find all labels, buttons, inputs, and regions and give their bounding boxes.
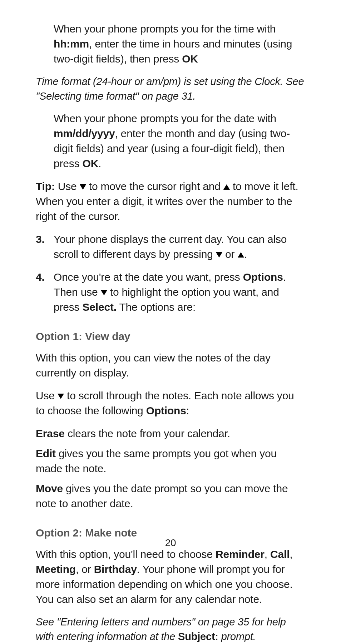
label-call: Call	[270, 548, 290, 560]
label-mmddyyyy: mm/dd/yyyy	[54, 128, 115, 139]
label-tip: Tip:	[36, 180, 55, 192]
step-text: Once you're at the date you want, press …	[54, 270, 305, 315]
label-options: Options	[146, 405, 186, 416]
label-reminder: Reminder	[216, 548, 265, 560]
label-edit: Edit	[36, 448, 56, 459]
manual-page: When your phone prompts you for the time…	[0, 0, 341, 644]
text: .	[244, 248, 247, 260]
tip-paragraph: Tip: Use to move the cursor right and to…	[36, 179, 305, 224]
label-ok: OK	[182, 53, 198, 65]
text: ,	[290, 548, 292, 560]
text: Your phone displays the current day. You…	[54, 233, 287, 260]
text: to move the cursor right and	[86, 180, 223, 192]
option-1-heading: Option 1: View day	[36, 329, 305, 344]
option-2-description: With this option, you'll need to choose …	[36, 547, 305, 607]
text: :	[186, 405, 189, 416]
text: gives you the same prompts you got when …	[36, 448, 277, 474]
text: , or	[76, 563, 94, 575]
text: The options are:	[117, 301, 196, 313]
text: , enter the time in hours and minutes (u…	[54, 38, 292, 65]
step-4: 4. Once you're at the date you want, pre…	[36, 270, 305, 315]
label-birthday: Birthday	[94, 563, 137, 575]
text: Once you're at the date you want, press	[54, 271, 243, 283]
text: Use	[36, 390, 58, 401]
triangle-down-icon	[58, 394, 64, 399]
label-ok: OK	[83, 158, 99, 169]
edit-description: Edit gives you the same prompts you got …	[36, 446, 305, 476]
date-entry-paragraph: When your phone prompts you for the date…	[54, 111, 305, 171]
step-3: 3. Your phone displays the current day. …	[36, 232, 305, 262]
triangle-up-icon	[223, 184, 230, 190]
text: When your phone prompts you for the time…	[54, 23, 276, 35]
step-number: 4.	[36, 270, 54, 315]
label-hhmm: hh:mm	[54, 38, 89, 50]
label-meeting: Meeting	[36, 563, 76, 575]
text: With this option, you'll need to choose	[36, 548, 216, 560]
text: gives you the date prompt so you can mov…	[36, 483, 288, 509]
text: When your phone prompts you for the date…	[54, 113, 276, 124]
time-format-note: Time format (24-hour or am/pm) is set us…	[36, 74, 305, 103]
label-subject: Subject:	[178, 631, 218, 642]
text: or	[222, 248, 238, 260]
label-select: Select.	[83, 301, 117, 313]
step-text: Your phone displays the current day. You…	[54, 232, 305, 262]
page-number: 20	[0, 536, 341, 550]
text: prompt.	[218, 631, 256, 642]
text: Use	[55, 180, 80, 192]
triangle-up-icon	[238, 252, 244, 258]
triangle-down-icon	[216, 252, 222, 258]
label-options: Options	[243, 271, 283, 283]
triangle-down-icon	[80, 184, 86, 190]
text: ,	[265, 548, 270, 560]
erase-description: Erase clears the note from your calendar…	[36, 426, 305, 441]
see-reference-note: See "Entering letters and numbers" on pa…	[36, 615, 305, 644]
step-number: 3.	[36, 232, 54, 262]
time-entry-paragraph: When your phone prompts you for the time…	[54, 21, 305, 66]
triangle-down-icon	[101, 290, 107, 295]
label-move: Move	[36, 483, 63, 494]
text: clears the note from your calendar.	[65, 428, 230, 439]
move-description: Move gives you the date prompt so you ca…	[36, 481, 305, 511]
option-1-description: With this option, you can view the notes…	[36, 350, 305, 380]
label-erase: Erase	[36, 428, 65, 439]
option-1-scroll: Use to scroll through the notes. Each no…	[36, 388, 305, 418]
text: .	[98, 158, 101, 169]
